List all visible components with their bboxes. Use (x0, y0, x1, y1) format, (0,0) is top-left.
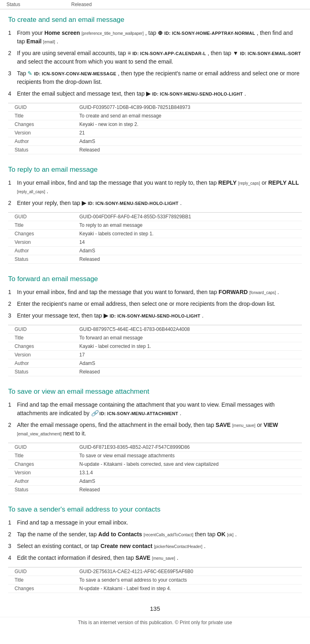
page-number: 135 (0, 598, 310, 615)
meta-label: Changes (8, 120, 73, 129)
step-item: 1Find and tap the email message containi… (8, 401, 302, 418)
step-item: 3Enter your message text, then tap ▶ ID:… (8, 311, 302, 320)
meta-label: Changes (8, 230, 73, 238)
meta-value: AdamS (73, 137, 302, 146)
meta-label: Author (8, 477, 73, 486)
section-reply: To reply to an email message1In your ema… (0, 159, 310, 264)
meta-label: Title (8, 576, 73, 584)
meta-row: ChangesKeyaki - labels corrected in step… (8, 230, 302, 238)
meta-value: AdamS (73, 247, 302, 255)
step-item: 3Select an existing contact, or tap Crea… (8, 542, 302, 550)
meta-value: Released (73, 486, 302, 494)
meta-value: Released (73, 255, 302, 264)
meta-value: Keyaki - new icon in step 2. (73, 120, 302, 129)
step-item: 1In your email inbox, find and tap the m… (8, 179, 302, 196)
meta-table-create-send: GUIDGUID-F0395077-1D6B-4C89-99DB-78251B8… (8, 103, 302, 154)
meta-value: GUID-6F871E93-8365-4B52-A027-F547C8999D8… (73, 443, 302, 452)
meta-row: Version13.1.4 (8, 469, 302, 477)
step-item: 1From your Home screen [preference_title… (8, 29, 302, 46)
top-status-bar: Status Released (0, 0, 310, 9)
meta-row: ChangesKayaki - label corrected in step … (8, 342, 302, 351)
step-text: Find and tap a message in your email inb… (17, 518, 302, 527)
step-item: 2Enter the recipient's name or email add… (8, 300, 302, 308)
step-number: 3 (8, 311, 17, 320)
meta-table-forward: GUIDGUID-887997C5-464E-4EC1-8783-06B4402… (8, 325, 302, 376)
meta-row: ChangesKeyaki - new icon in step 2. (8, 120, 302, 129)
meta-table-attachment: GUIDGUID-6F871E93-8365-4B52-A027-F547C89… (8, 443, 302, 494)
meta-row: StatusReleased (8, 486, 302, 494)
step-item: 3Tap ✎ ID: ICN-SONY-CONV-NEW-MESSAGE , t… (8, 69, 302, 86)
meta-value: Released (73, 146, 302, 154)
step-text: Enter the recipient's name or email addr… (17, 300, 302, 308)
meta-value: To reply to an email message (73, 221, 302, 230)
meta-label: Version (8, 469, 73, 477)
meta-row: GUIDGUID-887997C5-464E-4EC1-8783-06B4402… (8, 325, 302, 334)
step-number: 2 (8, 530, 17, 539)
meta-row: AuthorAdamS (8, 247, 302, 255)
meta-row: Version21 (8, 129, 302, 137)
meta-row: AuthorAdamS (8, 477, 302, 486)
step-text: Tap ✎ ID: ICN-SONY-CONV-NEW-MESSAGE , th… (17, 69, 302, 86)
meta-label: Title (8, 334, 73, 342)
step-text: Find and tap the email message containin… (17, 401, 302, 418)
step-item: 1Find and tap a message in your email in… (8, 518, 302, 527)
meta-label: Title (8, 452, 73, 460)
meta-table-reply: GUIDGUID-004FD0FF-8AF0-4E74-855D-533F789… (8, 212, 302, 264)
meta-row: StatusReleased (8, 255, 302, 264)
meta-value: To forward an email message (73, 334, 302, 342)
meta-row: GUIDGUID-6F871E93-8365-4B52-A027-F547C89… (8, 443, 302, 452)
step-item: 2If you are using several email accounts… (8, 49, 302, 66)
meta-label: Status (8, 368, 73, 376)
meta-value: AdamS (73, 359, 302, 368)
meta-value: 21 (73, 129, 302, 137)
meta-row: StatusReleased (8, 368, 302, 376)
step-number: 1 (8, 401, 17, 418)
step-item: 2After the email message opens, find the… (8, 421, 302, 438)
step-number: 2 (8, 421, 17, 438)
meta-label: Author (8, 359, 73, 368)
section-title-attachment: To save or view an email message attachm… (8, 388, 302, 396)
meta-row: ChangesN-update - Kitakami - labels corr… (8, 460, 302, 469)
step-text: In your email inbox, find and tap the me… (17, 179, 302, 196)
meta-row: AuthorAdamS (8, 359, 302, 368)
meta-label: Status (8, 486, 73, 494)
section-attachment: To save or view an email message attachm… (0, 381, 310, 494)
meta-row: GUIDGUID-F0395077-1D6B-4C89-99DB-78251B8… (8, 103, 302, 112)
meta-row: ChangesN-update - Kitakami - Label fixed… (8, 584, 302, 593)
step-number: 4 (8, 90, 17, 98)
meta-value: N-update - Kitakami - labels corrected, … (73, 460, 302, 469)
footer-text: This is an internet version of this publ… (0, 617, 310, 632)
meta-row: TitleTo reply to an email message (8, 221, 302, 230)
step-item: 4Edit the contact information if desired… (8, 554, 302, 562)
meta-value: 17 (73, 351, 302, 359)
meta-row: TitleTo save or view email message attac… (8, 452, 302, 460)
step-number: 4 (8, 554, 17, 562)
meta-label: Title (8, 112, 73, 120)
meta-label: Status (8, 146, 73, 154)
step-text: After the email message opens, find the … (17, 421, 302, 438)
meta-row: TitleTo forward an email message (8, 334, 302, 342)
meta-table-save-contact: GUIDGUID-2E75631A-CAE2-4121-AF6C-6EE69F5… (8, 567, 302, 593)
meta-label: GUID (8, 103, 73, 112)
step-number: 1 (8, 518, 17, 527)
step-number: 2 (8, 199, 17, 207)
step-text: Enter your reply, then tap ▶ ID: ICN-SON… (17, 199, 302, 207)
step-text: Select an existing contact, or tap Creat… (17, 542, 302, 550)
step-item: 1In your email inbox, find and tap the m… (8, 288, 302, 296)
meta-value: To save or view email message attachment… (73, 452, 302, 460)
meta-value: 13.1.4 (73, 469, 302, 477)
meta-label: GUID (8, 567, 73, 576)
meta-value: To create and send an email message (73, 112, 302, 120)
meta-label: Changes (8, 342, 73, 351)
meta-label: Version (8, 129, 73, 137)
section-save-contact: To save a sender's email address to your… (0, 499, 310, 593)
step-item: 2Enter your reply, then tap ▶ ID: ICN-SO… (8, 199, 302, 207)
step-number: 3 (8, 69, 17, 86)
step-number: 1 (8, 288, 17, 296)
meta-value: GUID-2E75631A-CAE2-4121-AF6C-6EE69F5AF6B… (73, 567, 302, 576)
section-forward: To forward an email message1In your emai… (0, 269, 310, 376)
meta-label: Author (8, 247, 73, 255)
step-item: 2Tap the name of the sender, tap Add to … (8, 530, 302, 539)
meta-value: N-update - Kitakami - Label fixed in ste… (73, 584, 302, 593)
meta-row: TitleTo save a sender's email address to… (8, 576, 302, 584)
